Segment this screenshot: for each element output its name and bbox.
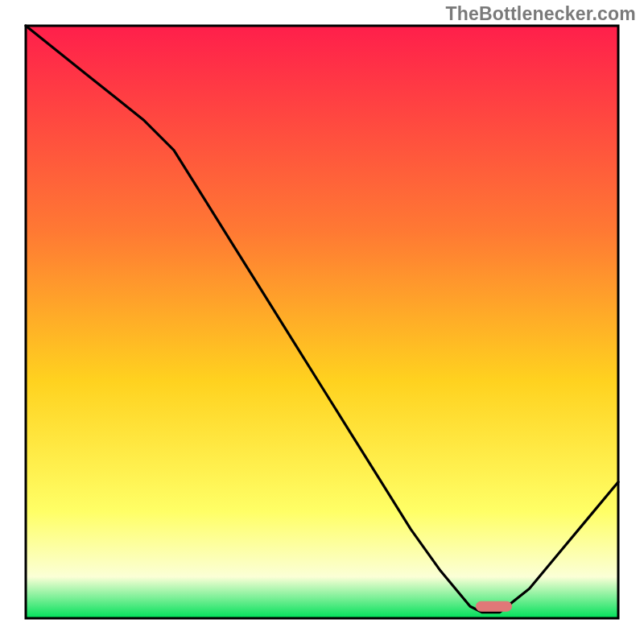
bottleneck-chart bbox=[0, 0, 644, 644]
chart-container: { "watermark": "TheBottlenecker.com", "c… bbox=[0, 0, 644, 644]
plot-background bbox=[26, 26, 618, 618]
optimal-marker bbox=[476, 601, 511, 611]
